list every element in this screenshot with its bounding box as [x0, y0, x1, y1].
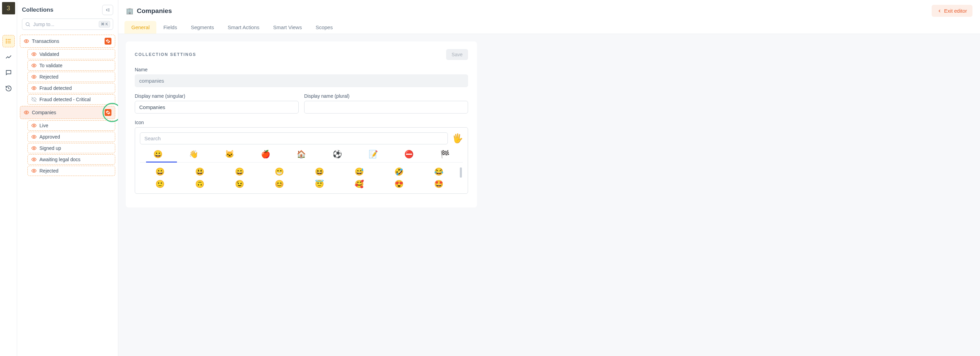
eye-icon: [31, 63, 37, 68]
collection-label: Transactions: [32, 38, 59, 44]
eye-icon: [31, 145, 37, 151]
tab-smart-actions[interactable]: Smart Actions: [221, 21, 266, 33]
segment-item[interactable]: Rejected: [27, 166, 115, 176]
emoji-option[interactable]: 😃: [183, 167, 216, 176]
svg-point-9: [26, 22, 29, 25]
eye-icon: [31, 168, 37, 173]
gear-icon[interactable]: [105, 38, 111, 44]
tab-general[interactable]: General: [124, 21, 156, 33]
rail-messages-icon[interactable]: [2, 67, 15, 79]
svg-point-3: [6, 39, 6, 40]
eye-icon: [31, 123, 37, 128]
svg-point-13: [33, 65, 35, 66]
svg-point-17: [26, 112, 27, 113]
eye-off-icon: [31, 97, 37, 102]
emoji-category-7[interactable]: ⛔: [401, 150, 418, 159]
emoji-option[interactable]: 🤩: [422, 180, 455, 189]
emoji-option[interactable]: 😇: [303, 180, 336, 189]
category-underline: [146, 162, 177, 162]
search-icon: [25, 22, 30, 27]
eye-icon: [24, 38, 29, 44]
segment-item[interactable]: Signed up: [27, 143, 115, 153]
rail-history-icon[interactable]: [2, 82, 15, 95]
emoji-category-8[interactable]: 🏁: [436, 150, 453, 159]
shortcut-hint: ⌘ K: [99, 21, 110, 27]
emoji-option[interactable]: 😉: [223, 180, 256, 189]
emoji-option[interactable]: 🤣: [383, 167, 415, 176]
tabs: GeneralFieldsSegmentsSmart ActionsSmart …: [118, 18, 980, 34]
segment-item[interactable]: Fraud detected: [27, 83, 115, 93]
segment-item[interactable]: Awaiting legal docs: [27, 154, 115, 165]
eye-icon: [31, 86, 37, 91]
collections-tree: TransactionsValidatedTo validateRejected…: [17, 33, 118, 180]
segment-label: To validate: [40, 63, 62, 68]
rail-analytics-icon[interactable]: [2, 51, 15, 63]
emoji-category-2[interactable]: 🐱: [221, 150, 238, 159]
eye-icon: [31, 74, 37, 79]
exit-editor-button[interactable]: Exit editor: [932, 5, 972, 17]
icon-picker: 🖐️ 😀👋🐱🍎🏠⚽📝⛔🏁 😀😃😄😁😆😅🤣😂🙂🙃😉😊😇🥰😍🤩: [135, 127, 468, 194]
chevron-left-icon: [937, 9, 942, 13]
display-singular-label: Display name (singular): [135, 93, 299, 99]
segment-item[interactable]: Fraud detected - Critical: [27, 94, 115, 105]
svg-point-11: [26, 40, 27, 42]
segment-label: Validated: [40, 51, 59, 57]
gear-icon[interactable]: [105, 109, 111, 116]
save-button[interactable]: Save: [446, 49, 468, 60]
svg-point-15: [33, 87, 35, 89]
segment-item[interactable]: Validated: [27, 49, 115, 59]
svg-point-14: [33, 76, 35, 78]
emoji-option[interactable]: 😄: [223, 167, 256, 176]
emoji-option[interactable]: 😀: [143, 167, 176, 176]
svg-point-4: [6, 41, 6, 41]
emoji-option[interactable]: 😊: [263, 180, 296, 189]
emoji-category-5[interactable]: ⚽: [329, 150, 346, 159]
emoji-option[interactable]: 🙂: [143, 180, 176, 189]
emoji-category-4[interactable]: 🏠: [293, 150, 310, 159]
collapse-sidebar-button[interactable]: [102, 5, 113, 15]
tab-segments[interactable]: Segments: [184, 21, 221, 33]
eye-icon: [31, 157, 37, 162]
search-input-container[interactable]: ⌘ K: [22, 19, 113, 30]
emoji-category-0[interactable]: 😀: [149, 150, 166, 159]
segment-item[interactable]: To validate: [27, 60, 115, 71]
emoji-categories: 😀👋🐱🍎🏠⚽📝⛔🏁: [140, 148, 463, 162]
svg-point-19: [33, 136, 35, 138]
emoji-search-input[interactable]: [140, 132, 448, 145]
emoji-option[interactable]: 🙃: [183, 180, 216, 189]
segment-label: Approved: [40, 134, 60, 140]
jump-to-input[interactable]: [33, 22, 96, 27]
tab-smart-views[interactable]: Smart Views: [266, 21, 309, 33]
svg-line-10: [29, 25, 30, 26]
display-plural-input[interactable]: [304, 101, 468, 113]
display-singular-input[interactable]: [135, 101, 299, 113]
emoji-option[interactable]: 😁: [263, 167, 296, 176]
emoji-option[interactable]: 😍: [383, 180, 415, 189]
name-label: Name: [135, 67, 468, 72]
emoji-option[interactable]: 😅: [342, 167, 375, 176]
tab-fields[interactable]: Fields: [156, 21, 184, 33]
segment-label: Live: [40, 123, 48, 128]
eye-icon: [24, 110, 29, 115]
segment-item[interactable]: Rejected: [27, 72, 115, 82]
tab-scopes[interactable]: Scopes: [309, 21, 339, 33]
emoji-option[interactable]: 😆: [303, 167, 336, 176]
collection-label: Companies: [32, 110, 56, 115]
emoji-category-1[interactable]: 👋: [185, 150, 202, 159]
emoji-scrollbar[interactable]: [459, 162, 463, 189]
emoji-option[interactable]: 😂: [422, 167, 455, 176]
segment-label: Fraud detected - Critical: [40, 97, 91, 102]
page-title: Companies: [137, 7, 172, 15]
selected-emoji[interactable]: 🖐️: [452, 133, 463, 144]
rail-collections-icon[interactable]: [2, 35, 15, 47]
app-logo[interactable]: 3: [2, 2, 15, 14]
emoji-category-3[interactable]: 🍎: [257, 150, 274, 159]
emoji-option[interactable]: 🥰: [342, 180, 375, 189]
segment-item[interactable]: Live: [27, 121, 115, 131]
collection-transactions[interactable]: Transactions: [20, 35, 115, 48]
emoji-category-6[interactable]: 📝: [364, 150, 382, 159]
icon-label: Icon: [135, 120, 468, 125]
segment-label: Rejected: [40, 168, 58, 173]
segment-item[interactable]: Approved: [27, 132, 115, 142]
collection-companies[interactable]: Companies: [20, 106, 115, 119]
